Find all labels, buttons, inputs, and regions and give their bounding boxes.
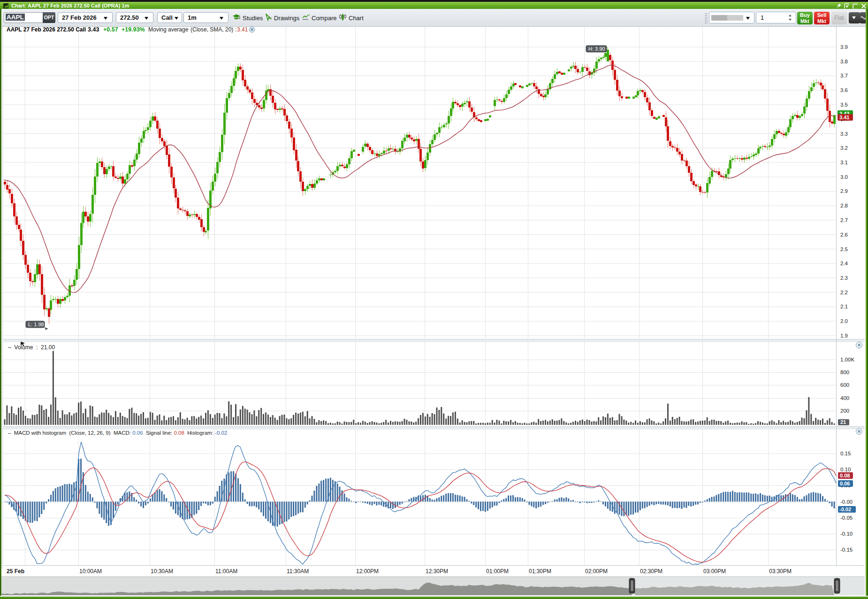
svg-text:10:00AM: 10:00AM — [79, 568, 102, 575]
svg-text:10:30AM: 10:30AM — [151, 568, 173, 575]
svg-text:25 Feb: 25 Feb — [7, 568, 24, 575]
svg-text:2.9: 2.9 — [840, 188, 848, 194]
svg-text:3.5: 3.5 — [840, 102, 848, 108]
svg-text:H: 3.90: H: 3.90 — [588, 46, 605, 52]
svg-text:0.08: 0.08 — [840, 473, 850, 478]
svg-text:+19.93%: +19.93% — [122, 27, 145, 33]
svg-text:1.00K: 1.00K — [840, 357, 854, 362]
svg-text:2.8: 2.8 — [840, 203, 848, 208]
svg-text:3.7: 3.7 — [840, 73, 848, 78]
svg-text:01:00PM: 01:00PM — [486, 568, 509, 575]
svg-text:2.2: 2.2 — [840, 290, 848, 295]
svg-text:400: 400 — [840, 395, 849, 401]
svg-text:03:30PM: 03:30PM — [769, 568, 792, 575]
svg-text:2.3: 2.3 — [840, 275, 848, 281]
svg-text:2.0: 2.0 — [840, 318, 848, 324]
svg-text:3.3: 3.3 — [840, 131, 848, 137]
svg-text:3.9: 3.9 — [840, 44, 848, 50]
svg-text:3.6: 3.6 — [840, 87, 848, 93]
svg-text:02:30PM: 02:30PM — [640, 568, 662, 575]
svg-text:AAPL 27 Feb 2026 272.50 Call: AAPL 27 Feb 2026 272.50 Call — [7, 27, 86, 33]
svg-text:2.1: 2.1 — [840, 304, 848, 309]
svg-text:02:00PM: 02:00PM — [585, 568, 608, 575]
svg-text:11:30AM: 11:30AM — [287, 568, 309, 575]
svg-text:-0.15: -0.15 — [840, 547, 853, 553]
svg-text:-0.02: -0.02 — [839, 507, 851, 512]
svg-text:(Close, SMA, 20) :: (Close, SMA, 20) : — [190, 27, 236, 33]
svg-text:03:00PM: 03:00PM — [703, 568, 726, 575]
svg-text:01:30PM: 01:30PM — [529, 568, 551, 575]
svg-text:-0.00: -0.00 — [840, 499, 853, 505]
svg-text:800: 800 — [840, 369, 849, 375]
svg-text:Moving average: Moving average — [148, 27, 189, 33]
svg-text:600: 600 — [840, 382, 849, 388]
svg-text:0.15: 0.15 — [840, 451, 851, 456]
svg-text:– MACD with histogram (Close: – MACD with histogram (Close, 12, 26, 9)… — [8, 430, 227, 436]
svg-text:2.4: 2.4 — [840, 261, 848, 266]
svg-text:12:00PM: 12:00PM — [356, 568, 379, 575]
svg-text:2.5: 2.5 — [840, 246, 848, 252]
svg-text:+0.57: +0.57 — [103, 27, 118, 33]
svg-text:3.2: 3.2 — [840, 145, 848, 151]
svg-text:3.0: 3.0 — [840, 174, 848, 180]
svg-text:11:00AM: 11:00AM — [215, 568, 237, 575]
svg-text:0.10: 0.10 — [840, 467, 851, 472]
svg-text:3.43: 3.43 — [88, 27, 99, 33]
svg-text:3.41: 3.41 — [237, 27, 248, 33]
svg-text:3.8: 3.8 — [840, 59, 848, 64]
svg-text:-0.10: -0.10 — [840, 531, 853, 537]
svg-text:2.6: 2.6 — [840, 232, 848, 238]
svg-text:-0.05: -0.05 — [840, 515, 853, 521]
svg-text:L: 1.98: L: 1.98 — [28, 322, 44, 327]
svg-text:12:30PM: 12:30PM — [426, 568, 448, 575]
svg-text:3.41: 3.41 — [839, 115, 849, 120]
svg-text:0.06: 0.06 — [840, 481, 850, 486]
svg-text:– Volume : 21.00: – Volume : 21.00 — [8, 344, 55, 351]
svg-text:200: 200 — [840, 408, 849, 414]
svg-text:1.9: 1.9 — [840, 333, 848, 338]
svg-text:3.1: 3.1 — [840, 160, 848, 165]
svg-text:2.7: 2.7 — [840, 217, 848, 223]
svg-text:21: 21 — [840, 419, 846, 425]
